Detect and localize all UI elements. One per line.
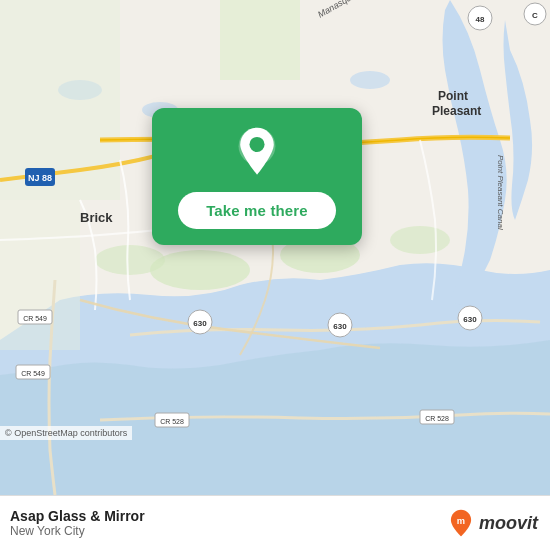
svg-point-4	[390, 226, 450, 254]
svg-rect-10	[220, 0, 300, 80]
osm-attribution-text: © OpenStreetMap contributors	[5, 428, 127, 438]
take-me-there-button[interactable]: Take me there	[178, 192, 336, 229]
svg-text:Brick: Brick	[80, 210, 113, 225]
moovit-logo: m moovit	[447, 509, 538, 537]
popup-card: Take me there	[152, 108, 362, 245]
svg-text:CR 549: CR 549	[23, 315, 47, 322]
svg-point-39	[249, 137, 264, 152]
svg-text:NJ 88: NJ 88	[28, 173, 52, 183]
svg-text:630: 630	[333, 322, 347, 331]
svg-text:Point: Point	[438, 89, 468, 103]
svg-text:CR 528: CR 528	[160, 418, 184, 425]
svg-point-3	[95, 245, 165, 275]
place-city: New York City	[10, 524, 145, 538]
location-pin-icon	[231, 126, 283, 178]
bottom-left: Asap Glass & Mirror New York City	[10, 508, 145, 538]
svg-text:CR 549: CR 549	[21, 370, 45, 377]
moovit-text: moovit	[479, 513, 538, 534]
svg-point-1	[150, 250, 250, 290]
svg-text:Pleasant: Pleasant	[432, 104, 481, 118]
svg-text:C: C	[532, 11, 538, 20]
svg-rect-9	[0, 200, 80, 350]
svg-text:CR 528: CR 528	[425, 415, 449, 422]
moovit-pin-icon: m	[447, 509, 475, 537]
bottom-bar: Asap Glass & Mirror New York City m moov…	[0, 495, 550, 550]
svg-text:m: m	[457, 516, 465, 526]
osm-attribution: © OpenStreetMap contributors	[0, 426, 132, 440]
svg-text:Point Pleasant Canal: Point Pleasant Canal	[496, 155, 505, 230]
svg-text:630: 630	[193, 319, 207, 328]
svg-point-7	[350, 71, 390, 89]
svg-text:630: 630	[463, 315, 477, 324]
place-name: Asap Glass & Mirror	[10, 508, 145, 524]
svg-rect-8	[0, 0, 120, 200]
map-container: NJ 70 NJ 88 630 630 630 CR 549 CR 549 CR…	[0, 0, 550, 495]
svg-text:48: 48	[476, 15, 485, 24]
